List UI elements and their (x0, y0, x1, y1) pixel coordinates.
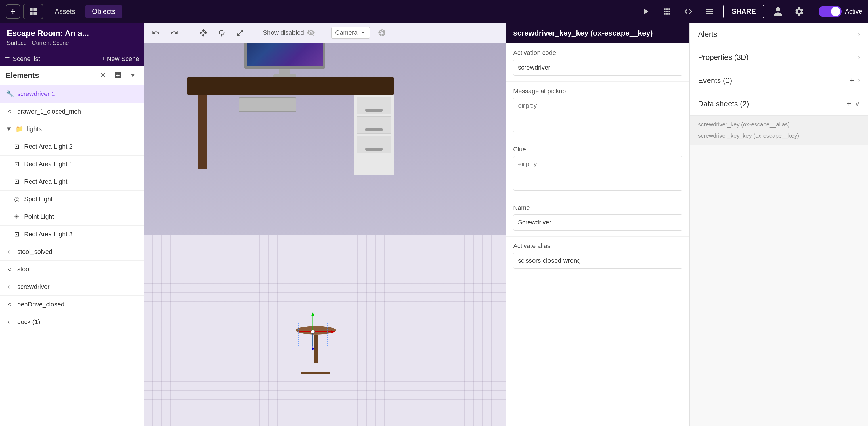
element-stool[interactable]: ○ stool (0, 261, 144, 278)
stool-object (296, 326, 336, 374)
stool-crossbar (302, 372, 330, 374)
element-rect[interactable]: ⊡ Rect Area Light (0, 173, 144, 191)
element-drawer1[interactable]: ○ drawer_1_closed_mch (0, 103, 144, 121)
panel-item-events[interactable]: Events (0) + › (690, 69, 868, 92)
properties3d-chevron: › (858, 54, 860, 62)
svg-rect-3 (33, 12, 36, 15)
panel-item-alerts[interactable]: Alerts › (690, 23, 868, 46)
scale-tool[interactable] (234, 27, 246, 39)
element-point[interactable]: ✳ Point Light (0, 208, 144, 226)
scene-list-button[interactable]: Scene list (5, 55, 40, 63)
datasheet-subitem-1[interactable]: screwdriver_key (ox-escape__alias) (698, 119, 860, 130)
element-rect3[interactable]: ⊡ Rect Area Light 3 (0, 226, 144, 243)
panel-item-datasheets[interactable]: Data sheets (2) + ∨ (690, 92, 868, 116)
tab-assets[interactable]: Assets (48, 5, 82, 18)
toolbar-separator-1 (189, 28, 189, 38)
rect3-icon: ⊡ (13, 230, 21, 238)
share-button[interactable]: SHARE (723, 5, 765, 19)
settings-button[interactable] (792, 4, 807, 19)
element-screwdriver[interactable]: ○ screwdriver (0, 278, 144, 296)
elements-title: Elements (6, 71, 93, 80)
element-rect2[interactable]: ⊡ Rect Area Light 2 (0, 138, 144, 156)
nav-tabs: Assets Objects (48, 5, 122, 18)
canvas-3d[interactable] (144, 43, 506, 426)
activation-code-label: Activation code (513, 49, 682, 57)
drawer1-icon: ○ (6, 107, 14, 116)
screwdriver-icon: ○ (6, 283, 14, 291)
active-label: Active (845, 8, 862, 15)
show-disabled-toggle[interactable]: Show disabled (263, 29, 315, 37)
spot-icon: ◎ (13, 195, 21, 203)
camera-select[interactable]: Camera (331, 27, 370, 38)
name-label: Name (513, 204, 682, 211)
name-input[interactable] (513, 215, 682, 231)
app-icon[interactable] (23, 4, 43, 19)
datasheets-label: Data sheets (2) (698, 99, 847, 108)
undo-button[interactable] (150, 27, 162, 39)
elements-add-button[interactable] (113, 70, 123, 80)
play-button[interactable] (638, 4, 653, 19)
right-panel: screwdriver_key_key (ox-escape__key) Act… (506, 23, 868, 426)
element-stool-solved[interactable]: ○ stool_solved (0, 243, 144, 261)
events-add-icon[interactable]: + (849, 76, 854, 85)
activation-code-input[interactable] (513, 60, 682, 75)
notes-button[interactable] (702, 4, 717, 19)
profile-button[interactable] (770, 4, 786, 19)
monitor-base (273, 74, 296, 77)
screwdriver1-icon: 🔧 (6, 90, 14, 98)
element-spot[interactable]: ◎ Spot Light (0, 191, 144, 208)
alerts-label: Alerts (698, 30, 858, 39)
activate-alias-input[interactable] (513, 253, 682, 269)
alerts-action: › (858, 30, 860, 38)
element-dock[interactable]: ○ dock (1) (0, 313, 144, 331)
active-toggle-switch[interactable] (818, 6, 841, 17)
canvas-toolbar: Show disabled Camera (144, 23, 506, 43)
dock-icon: ○ (6, 318, 14, 326)
datasheets-subitems: screwdriver_key (ox-escape__alias) screw… (690, 116, 868, 145)
new-scene-button[interactable]: + New Scene (101, 55, 139, 63)
message-at-pickup-textarea[interactable] (513, 98, 682, 132)
back-button[interactable] (6, 4, 20, 19)
obj-title: screwdriver_key_key (ox-escape__key) (513, 29, 682, 38)
redo-button[interactable] (168, 27, 181, 39)
rect1-icon: ⊡ (13, 160, 21, 168)
elements-close-button[interactable]: ✕ (98, 70, 108, 80)
events-action: + › (849, 76, 860, 85)
element-lights-folder[interactable]: ▼ 📁 lights (0, 121, 144, 138)
scene-bar: Scene list + New Scene (0, 52, 144, 66)
datasheet-subitem-2[interactable]: screwdriver_key_key (ox-escape__key) (698, 130, 860, 141)
element-screwdriver1[interactable]: 🔧 screwdriver 1 (0, 86, 144, 103)
desk-leg-left (198, 95, 207, 169)
datasheets-add-icon[interactable]: + (847, 99, 851, 108)
svg-rect-2 (30, 12, 33, 15)
element-rect1[interactable]: ⊡ Rect Area Light 1 (0, 156, 144, 173)
active-toggle: Active (818, 6, 862, 17)
grid-button[interactable] (659, 4, 675, 19)
activation-code-section: Activation code (506, 43, 689, 81)
svg-rect-0 (30, 8, 33, 11)
elements-list: 🔧 screwdriver 1 ○ drawer_1_closed_mch ▼ … (0, 86, 144, 426)
folder-toggle[interactable]: ▼ (6, 125, 12, 133)
panel-item-properties3d[interactable]: Properties (3D) › (690, 46, 868, 69)
element-pendrive[interactable]: ○ penDrive_closed (0, 296, 144, 313)
stool-solved-icon: ○ (6, 248, 14, 256)
monitor-screen (245, 43, 325, 69)
obj-header: screwdriver_key_key (ox-escape__key) (506, 23, 689, 43)
scene-background (144, 43, 506, 426)
tab-objects[interactable]: Objects (85, 5, 122, 18)
rotate-tool[interactable] (215, 27, 228, 39)
monitor-stand (279, 69, 290, 74)
elements-header: Elements ✕ ▾ (0, 66, 144, 86)
monitor-object (245, 43, 325, 77)
elements-collapse-button[interactable]: ▾ (128, 70, 138, 80)
message-at-pickup-section: Message at pickup (506, 81, 689, 140)
code-button[interactable] (680, 4, 696, 19)
cabinet-drawer-1 (356, 97, 391, 114)
datasheets-chevron: ∨ (855, 100, 860, 108)
topbar: Assets Objects SHARE Active (0, 0, 868, 23)
clue-textarea[interactable] (513, 156, 682, 191)
camera-icon-button[interactable] (376, 27, 388, 39)
stool-icon: ○ (6, 265, 14, 273)
move-tool[interactable] (197, 27, 210, 39)
canvas-area: Show disabled Camera (144, 23, 506, 426)
